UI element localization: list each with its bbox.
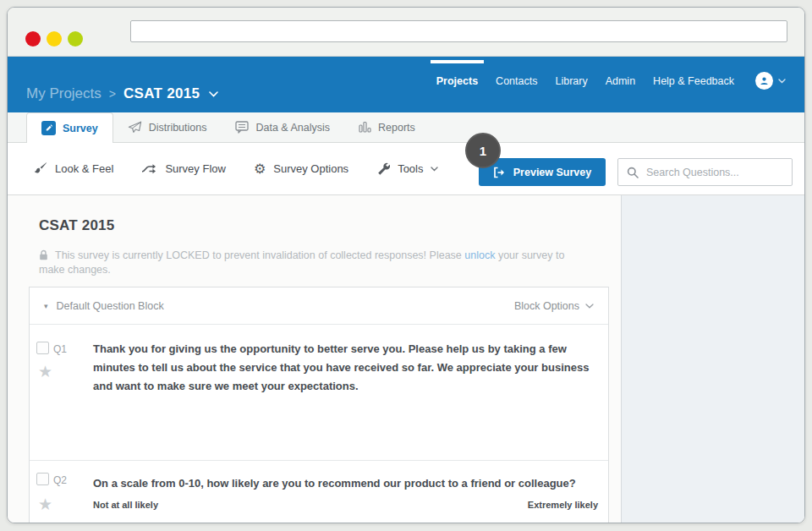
zoom-window-icon[interactable]: [68, 31, 83, 47]
top-navigation: Projects Contacts Library Admin Help & F…: [436, 72, 786, 90]
locked-survey-notice: This survey is currently LOCKED to preve…: [39, 249, 584, 277]
address-bar[interactable]: [130, 20, 787, 42]
block-options-dropdown[interactable]: Block Options: [514, 300, 594, 312]
tool-label: Tools: [398, 162, 423, 175]
breadcrumb-separator: >: [109, 87, 116, 101]
tool-label: Survey Options: [273, 162, 348, 175]
question-row-q1[interactable]: Q1 ★ Thank you for giving us the opportu…: [30, 325, 608, 461]
star-icon[interactable]: ★: [38, 364, 52, 380]
question-checkbox[interactable]: [36, 473, 49, 485]
app-header: My Projects > CSAT 2015 Projects Contact…: [8, 57, 804, 112]
question-text[interactable]: Thank you for giving us the opportunity …: [93, 340, 602, 396]
search-questions-box: [617, 158, 793, 186]
block-collapse-toggle[interactable]: ▾ Default Question Block: [44, 300, 164, 312]
user-avatar-icon: [755, 72, 773, 90]
flow-icon: [141, 163, 157, 175]
collapse-triangle-icon: ▾: [44, 302, 48, 310]
chevron-down-icon: [778, 79, 786, 84]
question-row-q2[interactable]: Q2 ★ On a scale from 0-10, how likely ar…: [30, 461, 608, 523]
tab-label: Data & Analysis: [255, 122, 330, 134]
browser-window: My Projects > CSAT 2015 Projects Contact…: [7, 7, 805, 523]
unlock-link[interactable]: unlock: [464, 249, 495, 261]
tab-label: Distributions: [149, 122, 207, 134]
question-id: Q2: [53, 474, 67, 486]
block-header: ▾ Default Question Block Block Options: [30, 287, 608, 325]
nav-contacts[interactable]: Contacts: [496, 75, 537, 87]
nav-admin[interactable]: Admin: [606, 75, 635, 87]
minimize-window-icon[interactable]: [47, 31, 62, 47]
bar-chart-icon: [359, 121, 371, 134]
preview-survey-button[interactable]: Preview Survey: [479, 158, 606, 186]
paper-plane-icon: [128, 121, 142, 134]
survey-options-button[interactable]: ⚙ Survey Options: [254, 162, 348, 176]
block-name: Default Question Block: [57, 300, 164, 312]
block-options-label: Block Options: [514, 300, 579, 312]
nav-help-feedback[interactable]: Help & Feedback: [653, 75, 734, 87]
tab-survey[interactable]: Survey: [26, 112, 113, 143]
scale-right-label: Extremely likely: [528, 500, 598, 510]
survey-editor-content: CSAT 2015 This survey is currently LOCKE…: [8, 195, 804, 523]
nav-library[interactable]: Library: [555, 75, 587, 87]
survey-flow-button[interactable]: Survey Flow: [141, 162, 226, 175]
chevron-down-icon: [585, 304, 594, 309]
right-side-panel: [621, 195, 804, 523]
tools-dropdown[interactable]: Tools: [376, 162, 438, 176]
close-window-icon[interactable]: [25, 31, 41, 47]
browser-chrome: [8, 8, 804, 57]
star-icon[interactable]: ★: [38, 496, 52, 512]
question-text[interactable]: On a scale from 0-10, how likely are you…: [93, 474, 602, 493]
tab-distributions[interactable]: Distributions: [113, 112, 222, 142]
scale-left-label: Not at all likely: [93, 500, 158, 510]
tab-data-analysis[interactable]: Data & Analysis: [221, 112, 344, 142]
search-questions-input[interactable]: [646, 167, 783, 178]
module-tab-bar: Survey Distributions Data & Analysis Rep…: [8, 112, 804, 143]
question-id: Q1: [53, 343, 67, 355]
pencil-icon: [41, 121, 56, 135]
tab-label: Survey: [63, 123, 98, 134]
nav-projects[interactable]: Projects: [436, 75, 478, 87]
question-checkbox[interactable]: [36, 342, 49, 354]
chevron-down-icon: [431, 167, 438, 172]
tool-label: Look & Feel: [55, 162, 113, 175]
question-block-card: ▾ Default Question Block Block Options Q…: [29, 287, 609, 523]
lock-icon: [39, 249, 48, 260]
annotation-step-badge: 1: [465, 133, 501, 168]
chat-bubble-icon: [235, 121, 249, 134]
preview-export-icon: [493, 167, 506, 178]
survey-title: CSAT 2015: [39, 217, 114, 234]
scale-labels: Not at all likely Extremely likely: [93, 500, 598, 510]
breadcrumb-survey-name: CSAT 2015: [123, 85, 200, 102]
look-and-feel-button[interactable]: Look & Feel: [33, 161, 113, 176]
preview-survey-label: Preview Survey: [513, 167, 591, 178]
search-icon: [627, 167, 639, 178]
breadcrumb-my-projects[interactable]: My Projects: [26, 85, 102, 102]
tab-reports[interactable]: Reports: [344, 112, 430, 142]
chevron-down-icon[interactable]: [209, 91, 218, 97]
tool-label: Survey Flow: [165, 162, 226, 175]
tab-label: Reports: [378, 122, 415, 134]
paintbrush-icon: [33, 161, 47, 176]
traffic-lights: [25, 31, 83, 47]
breadcrumb: My Projects > CSAT 2015: [26, 85, 218, 102]
gear-icon: ⚙: [254, 162, 266, 176]
account-menu[interactable]: [755, 72, 786, 90]
wrench-icon: [376, 162, 390, 176]
locked-notice-text: This survey is currently LOCKED to preve…: [55, 249, 464, 261]
